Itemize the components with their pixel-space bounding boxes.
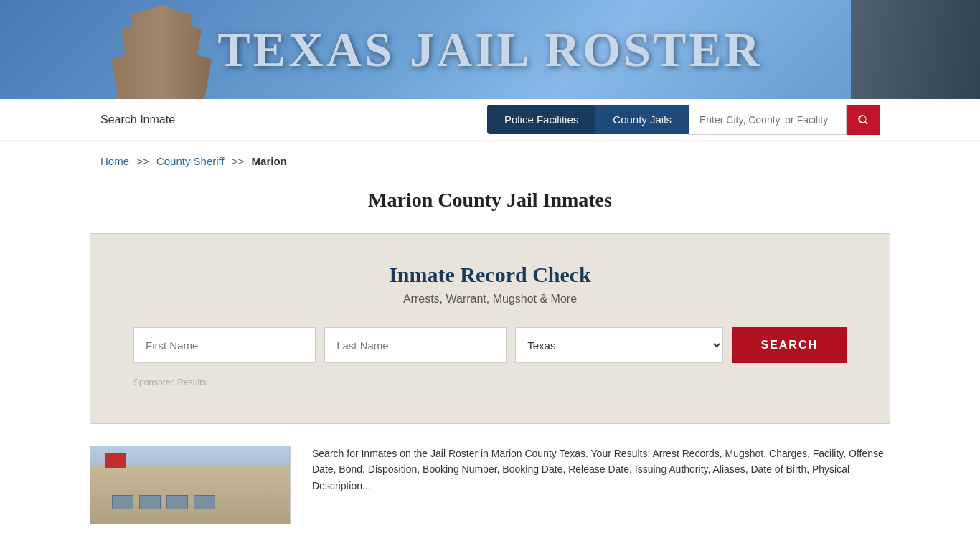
search-inmate-label: Search Inmate (100, 113, 175, 126)
last-name-input[interactable] (324, 327, 507, 363)
sponsored-results-label: Sponsored Results (133, 377, 847, 387)
breadcrumb-current: Marion (252, 155, 287, 167)
breadcrumb-sep1: >> (136, 155, 149, 167)
breadcrumb-county-sheriff[interactable]: County Sheriff (156, 155, 225, 167)
building-image (90, 446, 291, 524)
nav-buttons: Police Facilities County Jails (487, 105, 880, 135)
header-banner: Texas Jail Roster (0, 0, 980, 99)
first-name-input[interactable] (133, 327, 316, 363)
breadcrumb: Home >> County Sheriff >> Marion (0, 141, 980, 174)
bottom-section: Search for Inmates on the Jail Roster in… (0, 446, 980, 524)
search-submit-button[interactable]: Search (732, 327, 847, 363)
facility-search-button[interactable] (847, 105, 880, 135)
state-select[interactable]: AlabamaAlaskaArizonaArkansasCaliforniaCo… (515, 327, 723, 363)
search-icon (857, 113, 870, 126)
keys-image (851, 0, 980, 99)
police-facilities-button[interactable]: Police Facilities (487, 105, 595, 134)
breadcrumb-sep2: >> (232, 155, 245, 167)
county-jails-button[interactable]: County Jails (595, 105, 689, 134)
inmate-record-title: Inmate Record Check (133, 263, 847, 287)
site-title: Texas Jail Roster (217, 22, 763, 78)
capitol-image (90, 0, 233, 99)
breadcrumb-home[interactable]: Home (100, 155, 129, 167)
inmate-search-container: Inmate Record Check Arrests, Warrant, Mu… (90, 233, 890, 424)
navbar: Search Inmate Police Facilities County J… (0, 99, 980, 141)
search-fields: AlabamaAlaskaArizonaArkansasCaliforniaCo… (133, 327, 847, 363)
facility-search-input[interactable] (689, 105, 847, 135)
page-title-section: Marion County Jail Inmates (0, 174, 980, 233)
page-title: Marion County Jail Inmates (100, 189, 880, 212)
inmate-record-subtitle: Arrests, Warrant, Mugshot & More (133, 293, 847, 306)
description-text: Search for Inmates on the Jail Roster in… (312, 446, 890, 524)
